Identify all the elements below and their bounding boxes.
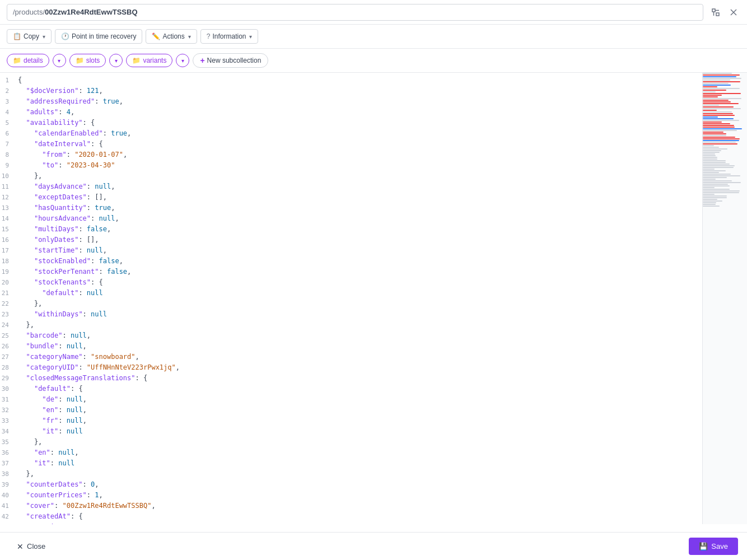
- line-content: "exceptDates": [],: [18, 192, 698, 202]
- line-content: "startTime": null,: [18, 245, 698, 255]
- line-content: "withinDays": null: [18, 309, 698, 319]
- line-content: "daysAdvance": null,: [18, 181, 698, 192]
- save-button[interactable]: 💾 Save: [689, 538, 738, 555]
- line-number: 14: [0, 214, 18, 224]
- line-number: 13: [0, 203, 18, 213]
- chevron-down-icon-variants: ▾: [181, 58, 184, 64]
- line-number: 2: [0, 86, 18, 96]
- actions-button[interactable]: ✏️ Actions ▾: [146, 29, 197, 44]
- info-chevron-icon: ▾: [249, 34, 252, 40]
- tab-slots-label: slots: [86, 57, 100, 64]
- path-prefix: /products/: [13, 8, 45, 16]
- tab-slots[interactable]: 📁 slots: [69, 54, 106, 67]
- top-bar: /products/00Zzw1Re4RdtEwwTSSBQ: [0, 0, 747, 25]
- code-line: 15 "multiDays": false,: [0, 224, 702, 235]
- line-number: 36: [0, 448, 18, 458]
- line-content: "de": null,: [18, 394, 698, 404]
- line-content: "barcode": null,: [18, 330, 698, 340]
- code-line: 4 "adults": 4,: [0, 107, 702, 118]
- tab-details-label: details: [24, 57, 43, 64]
- save-icon: 💾: [699, 542, 708, 550]
- close-label: Close: [27, 542, 45, 550]
- line-number: 29: [0, 374, 18, 384]
- line-content: },: [18, 469, 698, 479]
- tab-details-dropdown[interactable]: ▾: [53, 54, 66, 67]
- line-number: 40: [0, 491, 18, 501]
- line-content: "availability": {: [18, 118, 698, 128]
- line-number: 20: [0, 278, 18, 288]
- content-area: 1{2 "$docVersion": 121,3 "addressRequire…: [0, 73, 747, 524]
- copy-button[interactable]: 📋 Copy ▾: [7, 29, 52, 44]
- tabs-bar: 📁 details ▾ 📁 slots ▾ 📁 variants ▾ + New…: [0, 49, 747, 73]
- line-content: "from": "2020-01-07",: [18, 150, 698, 160]
- code-line: 20 "stockTenants": {: [0, 277, 702, 288]
- code-line: 39 "counterDates": 0,: [0, 479, 702, 490]
- code-line: 6 "calendarEnabled": true,: [0, 128, 702, 139]
- close-button[interactable]: ✕ Close: [9, 539, 53, 554]
- info-button[interactable]: ? Information ▾: [200, 29, 259, 44]
- tab-slots-dropdown[interactable]: ▾: [109, 54, 123, 67]
- line-number: 32: [0, 405, 18, 416]
- tab-variants-dropdown[interactable]: ▾: [176, 54, 189, 67]
- line-number: 24: [0, 320, 18, 330]
- close-window-button[interactable]: [727, 6, 740, 19]
- line-content: "stockPerTenant": false,: [18, 267, 698, 277]
- line-content: "bundle": null,: [18, 341, 698, 351]
- line-number: 16: [0, 235, 18, 245]
- line-content: },: [18, 171, 698, 181]
- code-line: 5 "availability": {: [0, 118, 702, 128]
- actions-icon: ✏️: [152, 32, 160, 40]
- code-line: 7 "dateInterval": {: [0, 139, 702, 150]
- code-line: 3 "addressRequired": true,: [0, 96, 702, 107]
- plus-icon: +: [200, 56, 204, 65]
- code-line: 28 "categoryUID": "UffNHnNteV223rPwx1jq"…: [0, 362, 702, 373]
- code-line: 27 "categoryName": "snowboard",: [0, 352, 702, 362]
- code-line: 9 "to": "2023-04-30": [0, 160, 702, 171]
- line-number: 22: [0, 299, 18, 309]
- line-content: "en": null,: [18, 447, 698, 458]
- chevron-down-icon-slots: ▾: [115, 58, 118, 64]
- line-content: "default": {: [18, 384, 698, 394]
- folder-icon-details: 📁: [13, 57, 21, 64]
- line-number: 26: [0, 342, 18, 352]
- pitr-button[interactable]: 🕐 Point in time recovery: [55, 29, 142, 44]
- code-line: 41 "cover": "00Zzw1Re4RdtEwwTSSBQ",: [0, 501, 702, 511]
- line-number: 31: [0, 395, 18, 405]
- line-number: 34: [0, 427, 18, 437]
- line-number: 1: [0, 76, 18, 86]
- tab-details[interactable]: 📁 details: [7, 54, 49, 67]
- maximize-button[interactable]: [709, 6, 722, 19]
- line-content: "counterDates": 0,: [18, 479, 698, 489]
- code-line: 17 "startTime": null,: [0, 245, 702, 256]
- json-editor[interactable]: 1{2 "$docVersion": 121,3 "addressRequire…: [0, 73, 702, 524]
- line-content: "stockEnabled": false,: [18, 256, 698, 266]
- line-number: 6: [0, 129, 18, 139]
- line-content: "closedMessageTranslations": {: [18, 373, 698, 383]
- chevron-down-icon: ▾: [58, 58, 60, 64]
- code-line: 40 "counterPrices": 1,: [0, 490, 702, 501]
- line-number: 12: [0, 193, 18, 203]
- line-content: "it": null: [18, 426, 698, 436]
- line-content: "cover": "00Zzw1Re4RdtEwwTSSBQ",: [18, 501, 698, 511]
- code-line: 32 "en": null,: [0, 405, 702, 416]
- line-content: "it": null: [18, 458, 698, 468]
- line-number: 25: [0, 331, 18, 341]
- line-content: "default": null: [18, 288, 698, 298]
- code-line: 43 " time ": "1970-01-01T00: 00: 00Z": [0, 522, 702, 524]
- close-window-icon: [729, 8, 738, 17]
- new-subcollection-button[interactable]: + New subcollection: [193, 53, 268, 68]
- line-content: },: [18, 320, 698, 330]
- folder-icon-variants: 📁: [132, 57, 141, 64]
- line-number: 28: [0, 363, 18, 373]
- tab-variants[interactable]: 📁 variants: [126, 54, 172, 67]
- code-line: 10 },: [0, 171, 702, 181]
- line-number: 9: [0, 161, 18, 171]
- line-content: "categoryUID": "UffNHnNteV223rPwx1jq",: [18, 362, 698, 372]
- code-line: 33 "fr": null,: [0, 416, 702, 426]
- svg-rect-1: [716, 13, 719, 16]
- minimap: [702, 73, 747, 524]
- line-content: "$docVersion": 121,: [18, 86, 698, 96]
- svg-rect-0: [712, 9, 715, 12]
- line-number: 23: [0, 310, 18, 320]
- x-icon: ✕: [17, 542, 24, 551]
